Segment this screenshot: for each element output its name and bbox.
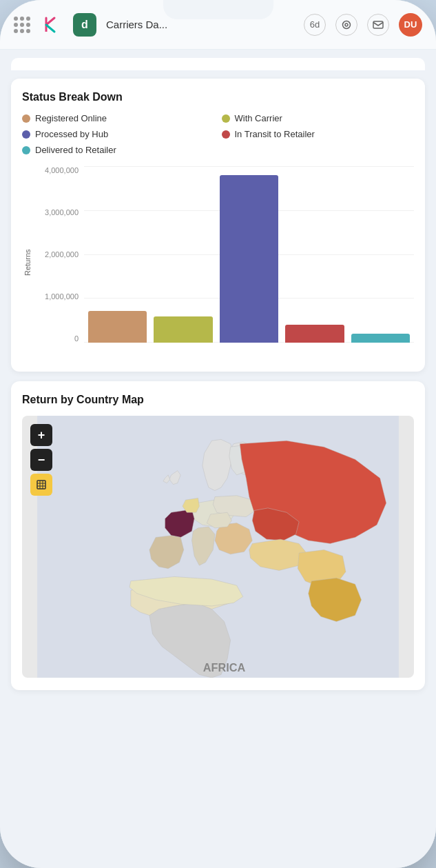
- svg-text:AFRICA: AFRICA: [203, 661, 246, 674]
- bars-area: [84, 166, 414, 359]
- zoom-in-button[interactable]: +: [30, 424, 52, 446]
- bars-row: [84, 166, 414, 343]
- zoom-out-button[interactable]: −: [30, 449, 52, 471]
- bar-with-carrier: [154, 316, 212, 343]
- bar-in-transit: [285, 325, 344, 343]
- registered-online-dot: [22, 114, 30, 123]
- in-transit-dot: [222, 130, 230, 139]
- legend-label-with-carrier: With Carrier: [235, 113, 282, 123]
- status-breakdown-title: Status Break Down: [22, 91, 414, 103]
- x-axis: [84, 166, 414, 183]
- bar-processed-hub: [220, 175, 278, 343]
- app-logo-icon[interactable]: [40, 13, 63, 37]
- map-controls: + −: [30, 424, 52, 496]
- session-id-badge[interactable]: 6d: [304, 14, 326, 36]
- bar-registered-online: [88, 311, 147, 343]
- map-card: Return by Country Map + −: [11, 381, 425, 690]
- legend-label-delivered: Delivered to Retailer: [35, 145, 116, 155]
- legend-item-in-transit: In Transit to Retailer: [222, 129, 415, 139]
- map-container: + −: [22, 416, 414, 678]
- scroll-content: Status Break Down Registered Online With…: [0, 50, 436, 868]
- legend-label-processed-hub: Processed by Hub: [35, 129, 108, 139]
- y-axis-label: Returns: [22, 166, 33, 359]
- y-tick-2m: 2,000,000: [45, 250, 79, 259]
- processed-hub-dot: [22, 130, 30, 139]
- bar-delivered: [351, 334, 410, 343]
- y-axis-ticks: 4,000,000 3,000,000 2,000,000 1,000,000 …: [36, 166, 84, 359]
- svg-rect-3: [37, 481, 45, 489]
- bar-chart: Returns 4,000,000 3,000,000 2,000,000 1,…: [22, 166, 414, 359]
- with-carrier-dot: [222, 114, 230, 123]
- legend: Registered Online With Carrier Processed…: [22, 113, 414, 155]
- dataset-icon[interactable]: d: [73, 13, 96, 37]
- phone-shell: d Carriers Da... 6d DU Status Br: [0, 0, 436, 868]
- y-tick-1m: 1,000,000: [45, 292, 79, 301]
- avatar[interactable]: DU: [399, 13, 422, 37]
- crop-button[interactable]: [30, 474, 52, 496]
- top-strip: [11, 58, 425, 70]
- svg-point-1: [345, 23, 348, 26]
- menu-dots-icon[interactable]: [14, 17, 30, 33]
- legend-item-delivered: Delivered to Retailer: [22, 145, 215, 155]
- map-svg: AFRICA: [22, 416, 414, 678]
- status-breakdown-card: Status Break Down Registered Online With…: [11, 79, 425, 372]
- page-title: Carriers Da...: [106, 19, 294, 30]
- legend-item-processed-hub: Processed by Hub: [22, 129, 215, 139]
- settings-icon[interactable]: [335, 14, 357, 36]
- legend-item-with-carrier: With Carrier: [222, 113, 415, 123]
- legend-item-registered: Registered Online: [22, 113, 215, 123]
- chart-body: 4,000,000 3,000,000 2,000,000 1,000,000 …: [36, 166, 414, 359]
- map-card-title: Return by Country Map: [22, 394, 414, 406]
- svg-rect-2: [373, 21, 383, 28]
- y-tick-0: 0: [74, 334, 79, 343]
- legend-label-in-transit: In Transit to Retailer: [235, 129, 315, 139]
- y-tick-3m: 3,000,000: [45, 208, 79, 216]
- legend-label-registered: Registered Online: [35, 113, 107, 123]
- svg-point-0: [343, 21, 351, 28]
- chart-inner: 4,000,000 3,000,000 2,000,000 1,000,000 …: [36, 166, 414, 359]
- notch: [163, 0, 273, 19]
- delivered-dot: [22, 146, 30, 154]
- y-tick-4m: 4,000,000: [45, 166, 79, 174]
- mail-icon[interactable]: [367, 14, 389, 36]
